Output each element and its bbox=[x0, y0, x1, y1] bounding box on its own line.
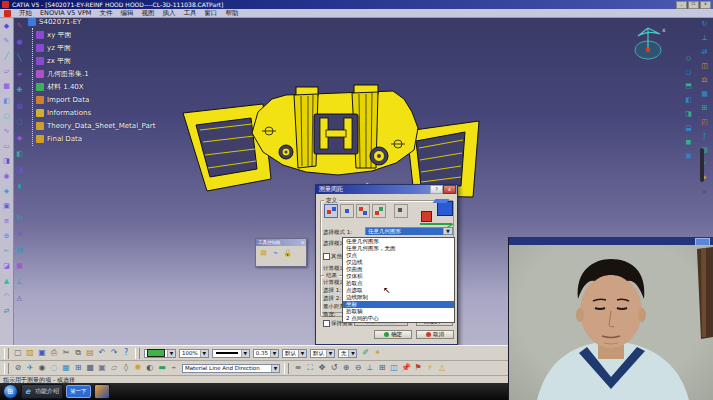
dropdown-option-3[interactable]: 仅边线 bbox=[343, 259, 454, 266]
dialog-close-button[interactable]: x bbox=[443, 185, 456, 194]
wireframe-icon[interactable]: ▱ bbox=[108, 362, 120, 374]
dropdown-option-0[interactable]: 任意几何图形 bbox=[343, 238, 454, 245]
flag-icon[interactable]: ⚑ bbox=[412, 362, 424, 374]
selection2-label: 选择 2: bbox=[323, 295, 341, 302]
edges-icon[interactable]: ▣ bbox=[96, 362, 108, 374]
help-icon[interactable]: ? bbox=[120, 347, 132, 359]
compass[interactable]: x bbox=[626, 20, 672, 66]
tools-palette-titlebar[interactable]: 工具控制板 x bbox=[256, 239, 306, 246]
pan-icon[interactable]: ✥ bbox=[316, 362, 328, 374]
magnifier-icon[interactable]: ◌ bbox=[48, 362, 60, 374]
new-icon[interactable]: ▢ bbox=[12, 347, 24, 359]
zoom-out-icon[interactable]: ⊖ bbox=[352, 362, 364, 374]
examine-icon[interactable]: ◉ bbox=[36, 362, 48, 374]
dropdown-option-1[interactable]: 任意几何图形，无面 bbox=[343, 245, 454, 252]
cut-icon[interactable]: ✂ bbox=[60, 347, 72, 359]
magnet-snap-icon[interactable]: ⌁ bbox=[270, 247, 281, 258]
webcam-titlebar-button[interactable] bbox=[695, 238, 710, 246]
zoom-in-icon[interactable]: ⊕ bbox=[340, 362, 352, 374]
depth-effect-icon[interactable]: ◐ bbox=[144, 362, 156, 374]
taskbar-item-browser[interactable]: e 功能介绍 bbox=[21, 384, 63, 399]
magnet-icon[interactable]: ⌁ bbox=[168, 362, 180, 374]
angle-label: 角度: bbox=[323, 311, 336, 318]
cone-icon[interactable]: △ bbox=[436, 362, 448, 374]
perspective-icon[interactable]: ◊ bbox=[120, 362, 132, 374]
normal-view-icon[interactable]: ⊥ bbox=[364, 362, 376, 374]
lineweight-combo[interactable]: 0.35 ▼ bbox=[253, 349, 279, 358]
dropdown-option-2[interactable]: 仅点 bbox=[343, 252, 454, 259]
chevron-down-icon[interactable]: ▼ bbox=[443, 228, 452, 234]
fit-all-icon[interactable]: ⛶ bbox=[304, 362, 316, 374]
paste-icon[interactable]: ▤ bbox=[84, 347, 96, 359]
fly-mode-icon[interactable]: ✈ bbox=[24, 362, 36, 374]
chevron-down-icon[interactable]: ▼ bbox=[271, 365, 279, 372]
other-axis-checkbox[interactable] bbox=[323, 253, 330, 260]
color-combo[interactable]: ▼ bbox=[144, 349, 176, 358]
pin-icon[interactable]: 📌 bbox=[400, 362, 412, 374]
start-button[interactable]: ⊞ bbox=[3, 384, 18, 399]
cancel-button[interactable]: 取消 bbox=[416, 330, 454, 339]
point-symbol-combo[interactable]: 默认 ▼ bbox=[282, 349, 307, 358]
chevron-down-icon[interactable]: ▼ bbox=[241, 350, 249, 357]
keep-measure-checkbox[interactable] bbox=[323, 320, 330, 327]
smart-pick-icon[interactable]: ▤ bbox=[258, 247, 269, 258]
dropdown-option-10[interactable]: 拾取轴 bbox=[343, 308, 454, 315]
chevron-down-icon[interactable]: ▼ bbox=[298, 350, 306, 357]
grid2-icon[interactable]: ▦ bbox=[60, 362, 72, 374]
toolbar-handle[interactable] bbox=[4, 348, 9, 359]
linetype-combo[interactable]: ▼ bbox=[212, 349, 250, 358]
ok-button[interactable]: 确定 bbox=[374, 330, 412, 339]
toolbar-handle[interactable] bbox=[284, 363, 289, 374]
toolbar-handle[interactable] bbox=[135, 348, 140, 359]
webcam-titlebar[interactable] bbox=[509, 237, 713, 245]
measure-item-mode-icon[interactable] bbox=[340, 204, 354, 218]
dropdown-option-6[interactable]: 拾取点 bbox=[343, 280, 454, 287]
dropdown-option-8[interactable]: 边线限制 bbox=[343, 294, 454, 301]
dropdown-option-4[interactable]: 仅曲面 bbox=[343, 266, 454, 273]
chevron-down-icon[interactable]: ▼ bbox=[167, 350, 175, 357]
shading-icon[interactable]: ■ bbox=[84, 362, 96, 374]
fan-mode-icon[interactable] bbox=[372, 204, 386, 218]
redo-icon[interactable]: ↷ bbox=[108, 347, 120, 359]
copy-icon[interactable]: ⧉ bbox=[72, 347, 84, 359]
render-style-combo[interactable]: 默认 ▼ bbox=[310, 349, 335, 358]
escape-icon[interactable]: ⊘ bbox=[12, 362, 24, 374]
painter-icon[interactable]: ✐ bbox=[359, 347, 371, 359]
dropdown-option-9[interactable]: 坐标 bbox=[343, 301, 454, 308]
taskbar-chip-button[interactable]: 第一下 bbox=[66, 385, 91, 398]
dropdown-option-7[interactable]: 点选取 bbox=[343, 287, 454, 294]
chevron-down-icon[interactable]: ▼ bbox=[348, 350, 356, 357]
dropdown-option-5[interactable]: 仅体积 bbox=[343, 273, 454, 280]
transparency-combo[interactable]: 100% ▼ bbox=[179, 349, 209, 358]
mode1-combo[interactable]: 任意几何图形 ▼ bbox=[365, 227, 453, 235]
tree-toggle-icon[interactable]: ≡ bbox=[292, 362, 304, 374]
dropdown-option-11[interactable]: 2 点间的中心 bbox=[343, 315, 454, 322]
chevron-down-icon[interactable]: ▼ bbox=[270, 350, 278, 357]
rotate-view-icon[interactable]: ↺ bbox=[328, 362, 340, 374]
print-icon[interactable]: ⎙ bbox=[48, 347, 60, 359]
toolbar-handle[interactable] bbox=[4, 363, 9, 374]
dialog-help-button[interactable]: ? bbox=[430, 185, 443, 194]
palette-close-icon[interactable]: x bbox=[301, 239, 304, 246]
svg-text:x: x bbox=[662, 26, 666, 33]
wizard-icon[interactable]: ✦ bbox=[371, 347, 383, 359]
lighting-icon[interactable]: ✺ bbox=[132, 362, 144, 374]
chevron-down-icon[interactable]: ▼ bbox=[200, 350, 208, 357]
multi-view-icon[interactable]: ⊞ bbox=[376, 362, 388, 374]
ground-icon[interactable]: ▬ bbox=[156, 362, 168, 374]
open-icon[interactable]: ▨ bbox=[24, 347, 36, 359]
quick-view-icon[interactable]: ◫ bbox=[388, 362, 400, 374]
pick-mode-icon[interactable] bbox=[394, 204, 408, 218]
undo-icon[interactable]: ↶ bbox=[96, 347, 108, 359]
tile-icon[interactable]: ⊞ bbox=[72, 362, 84, 374]
save-icon[interactable]: ▣ bbox=[36, 347, 48, 359]
lightning-icon[interactable]: ⚡ bbox=[424, 362, 436, 374]
material-mode-combo[interactable]: Material Line And Direction ▼ bbox=[182, 364, 280, 373]
chevron-down-icon[interactable]: ▼ bbox=[326, 350, 334, 357]
chain-mode-icon[interactable] bbox=[356, 204, 370, 218]
lock-icon[interactable]: 🔒 bbox=[282, 247, 293, 258]
layer-combo[interactable]: 无 ▼ bbox=[338, 349, 358, 358]
measure-between-mode-icon[interactable] bbox=[324, 204, 338, 218]
taskbar-item-photo-viewer[interactable] bbox=[94, 384, 110, 399]
dialog-titlebar[interactable]: 测量间距 ? x bbox=[316, 185, 457, 194]
